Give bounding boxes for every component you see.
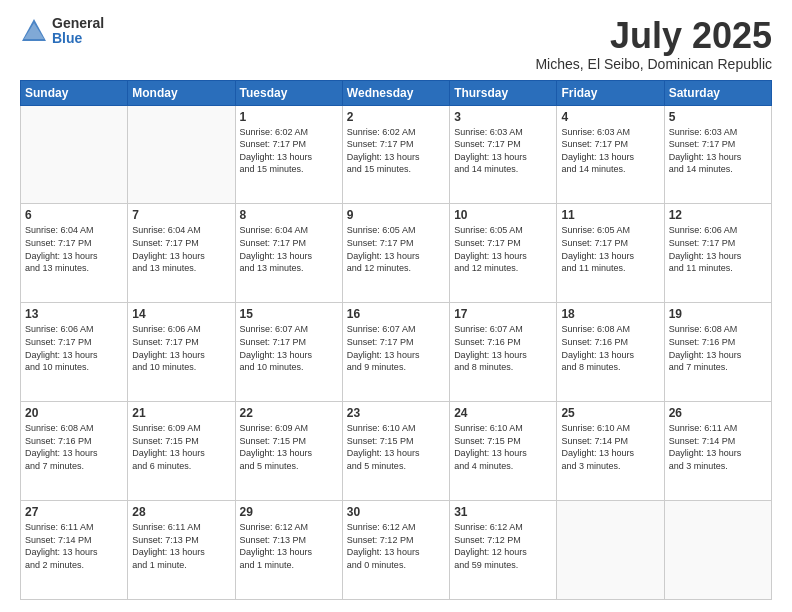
day-info: Sunrise: 6:06 AM Sunset: 7:17 PM Dayligh… xyxy=(669,224,767,274)
day-number: 6 xyxy=(25,208,123,222)
day-number: 13 xyxy=(25,307,123,321)
calendar-cell: 2Sunrise: 6:02 AM Sunset: 7:17 PM Daylig… xyxy=(342,105,449,204)
day-number: 19 xyxy=(669,307,767,321)
day-number: 22 xyxy=(240,406,338,420)
calendar-cell: 22Sunrise: 6:09 AM Sunset: 7:15 PM Dayli… xyxy=(235,402,342,501)
calendar-header-tuesday: Tuesday xyxy=(235,80,342,105)
calendar-header-wednesday: Wednesday xyxy=(342,80,449,105)
day-number: 15 xyxy=(240,307,338,321)
day-info: Sunrise: 6:06 AM Sunset: 7:17 PM Dayligh… xyxy=(25,323,123,373)
day-info: Sunrise: 6:10 AM Sunset: 7:15 PM Dayligh… xyxy=(347,422,445,472)
day-info: Sunrise: 6:12 AM Sunset: 7:13 PM Dayligh… xyxy=(240,521,338,571)
day-number: 5 xyxy=(669,110,767,124)
calendar-cell: 1Sunrise: 6:02 AM Sunset: 7:17 PM Daylig… xyxy=(235,105,342,204)
day-info: Sunrise: 6:04 AM Sunset: 7:17 PM Dayligh… xyxy=(240,224,338,274)
day-number: 8 xyxy=(240,208,338,222)
day-number: 10 xyxy=(454,208,552,222)
calendar-week-1: 1Sunrise: 6:02 AM Sunset: 7:17 PM Daylig… xyxy=(21,105,772,204)
calendar-cell: 24Sunrise: 6:10 AM Sunset: 7:15 PM Dayli… xyxy=(450,402,557,501)
day-number: 7 xyxy=(132,208,230,222)
calendar-header-sunday: Sunday xyxy=(21,80,128,105)
day-info: Sunrise: 6:12 AM Sunset: 7:12 PM Dayligh… xyxy=(454,521,552,571)
day-number: 20 xyxy=(25,406,123,420)
calendar-cell: 9Sunrise: 6:05 AM Sunset: 7:17 PM Daylig… xyxy=(342,204,449,303)
calendar-table: SundayMondayTuesdayWednesdayThursdayFrid… xyxy=(20,80,772,600)
day-info: Sunrise: 6:03 AM Sunset: 7:17 PM Dayligh… xyxy=(454,126,552,176)
calendar-cell: 13Sunrise: 6:06 AM Sunset: 7:17 PM Dayli… xyxy=(21,303,128,402)
calendar-cell: 12Sunrise: 6:06 AM Sunset: 7:17 PM Dayli… xyxy=(664,204,771,303)
calendar-cell: 14Sunrise: 6:06 AM Sunset: 7:17 PM Dayli… xyxy=(128,303,235,402)
day-number: 16 xyxy=(347,307,445,321)
day-number: 21 xyxy=(132,406,230,420)
calendar-cell: 26Sunrise: 6:11 AM Sunset: 7:14 PM Dayli… xyxy=(664,402,771,501)
calendar-cell: 31Sunrise: 6:12 AM Sunset: 7:12 PM Dayli… xyxy=(450,501,557,600)
day-number: 1 xyxy=(240,110,338,124)
calendar-cell xyxy=(21,105,128,204)
calendar-header-thursday: Thursday xyxy=(450,80,557,105)
calendar-cell: 19Sunrise: 6:08 AM Sunset: 7:16 PM Dayli… xyxy=(664,303,771,402)
logo-icon xyxy=(20,17,48,45)
day-info: Sunrise: 6:05 AM Sunset: 7:17 PM Dayligh… xyxy=(561,224,659,274)
day-info: Sunrise: 6:07 AM Sunset: 7:17 PM Dayligh… xyxy=(240,323,338,373)
day-info: Sunrise: 6:08 AM Sunset: 7:16 PM Dayligh… xyxy=(25,422,123,472)
day-number: 25 xyxy=(561,406,659,420)
day-number: 26 xyxy=(669,406,767,420)
day-info: Sunrise: 6:09 AM Sunset: 7:15 PM Dayligh… xyxy=(132,422,230,472)
day-info: Sunrise: 6:04 AM Sunset: 7:17 PM Dayligh… xyxy=(25,224,123,274)
calendar-header-saturday: Saturday xyxy=(664,80,771,105)
calendar-cell: 11Sunrise: 6:05 AM Sunset: 7:17 PM Dayli… xyxy=(557,204,664,303)
day-number: 18 xyxy=(561,307,659,321)
day-info: Sunrise: 6:10 AM Sunset: 7:15 PM Dayligh… xyxy=(454,422,552,472)
calendar-week-3: 13Sunrise: 6:06 AM Sunset: 7:17 PM Dayli… xyxy=(21,303,772,402)
calendar-header-monday: Monday xyxy=(128,80,235,105)
day-info: Sunrise: 6:07 AM Sunset: 7:17 PM Dayligh… xyxy=(347,323,445,373)
day-number: 30 xyxy=(347,505,445,519)
header: General Blue July 2025 Miches, El Seibo,… xyxy=(20,16,772,72)
calendar-cell xyxy=(557,501,664,600)
day-number: 2 xyxy=(347,110,445,124)
day-number: 28 xyxy=(132,505,230,519)
calendar-cell: 16Sunrise: 6:07 AM Sunset: 7:17 PM Dayli… xyxy=(342,303,449,402)
month-title: July 2025 xyxy=(535,16,772,56)
calendar-cell: 25Sunrise: 6:10 AM Sunset: 7:14 PM Dayli… xyxy=(557,402,664,501)
day-number: 11 xyxy=(561,208,659,222)
calendar-header-friday: Friday xyxy=(557,80,664,105)
calendar-cell: 6Sunrise: 6:04 AM Sunset: 7:17 PM Daylig… xyxy=(21,204,128,303)
day-info: Sunrise: 6:08 AM Sunset: 7:16 PM Dayligh… xyxy=(561,323,659,373)
day-info: Sunrise: 6:11 AM Sunset: 7:14 PM Dayligh… xyxy=(25,521,123,571)
calendar-cell: 3Sunrise: 6:03 AM Sunset: 7:17 PM Daylig… xyxy=(450,105,557,204)
day-info: Sunrise: 6:09 AM Sunset: 7:15 PM Dayligh… xyxy=(240,422,338,472)
calendar-cell: 23Sunrise: 6:10 AM Sunset: 7:15 PM Dayli… xyxy=(342,402,449,501)
day-info: Sunrise: 6:05 AM Sunset: 7:17 PM Dayligh… xyxy=(347,224,445,274)
calendar-cell: 10Sunrise: 6:05 AM Sunset: 7:17 PM Dayli… xyxy=(450,204,557,303)
calendar-cell xyxy=(128,105,235,204)
day-number: 17 xyxy=(454,307,552,321)
calendar-cell: 5Sunrise: 6:03 AM Sunset: 7:17 PM Daylig… xyxy=(664,105,771,204)
calendar-header-row: SundayMondayTuesdayWednesdayThursdayFrid… xyxy=(21,80,772,105)
logo-blue: Blue xyxy=(52,31,104,46)
calendar-cell: 27Sunrise: 6:11 AM Sunset: 7:14 PM Dayli… xyxy=(21,501,128,600)
day-number: 29 xyxy=(240,505,338,519)
day-number: 9 xyxy=(347,208,445,222)
calendar-cell: 20Sunrise: 6:08 AM Sunset: 7:16 PM Dayli… xyxy=(21,402,128,501)
day-info: Sunrise: 6:03 AM Sunset: 7:17 PM Dayligh… xyxy=(561,126,659,176)
logo-general: General xyxy=(52,16,104,31)
day-info: Sunrise: 6:02 AM Sunset: 7:17 PM Dayligh… xyxy=(240,126,338,176)
calendar-week-4: 20Sunrise: 6:08 AM Sunset: 7:16 PM Dayli… xyxy=(21,402,772,501)
calendar-cell: 29Sunrise: 6:12 AM Sunset: 7:13 PM Dayli… xyxy=(235,501,342,600)
calendar-cell: 28Sunrise: 6:11 AM Sunset: 7:13 PM Dayli… xyxy=(128,501,235,600)
page: General Blue July 2025 Miches, El Seibo,… xyxy=(0,0,792,612)
day-info: Sunrise: 6:06 AM Sunset: 7:17 PM Dayligh… xyxy=(132,323,230,373)
day-info: Sunrise: 6:08 AM Sunset: 7:16 PM Dayligh… xyxy=(669,323,767,373)
day-info: Sunrise: 6:02 AM Sunset: 7:17 PM Dayligh… xyxy=(347,126,445,176)
day-info: Sunrise: 6:04 AM Sunset: 7:17 PM Dayligh… xyxy=(132,224,230,274)
day-number: 23 xyxy=(347,406,445,420)
calendar-week-2: 6Sunrise: 6:04 AM Sunset: 7:17 PM Daylig… xyxy=(21,204,772,303)
day-info: Sunrise: 6:05 AM Sunset: 7:17 PM Dayligh… xyxy=(454,224,552,274)
title-block: July 2025 Miches, El Seibo, Dominican Re… xyxy=(535,16,772,72)
day-number: 14 xyxy=(132,307,230,321)
calendar-cell: 18Sunrise: 6:08 AM Sunset: 7:16 PM Dayli… xyxy=(557,303,664,402)
calendar-cell: 30Sunrise: 6:12 AM Sunset: 7:12 PM Dayli… xyxy=(342,501,449,600)
day-info: Sunrise: 6:03 AM Sunset: 7:17 PM Dayligh… xyxy=(669,126,767,176)
calendar-week-5: 27Sunrise: 6:11 AM Sunset: 7:14 PM Dayli… xyxy=(21,501,772,600)
